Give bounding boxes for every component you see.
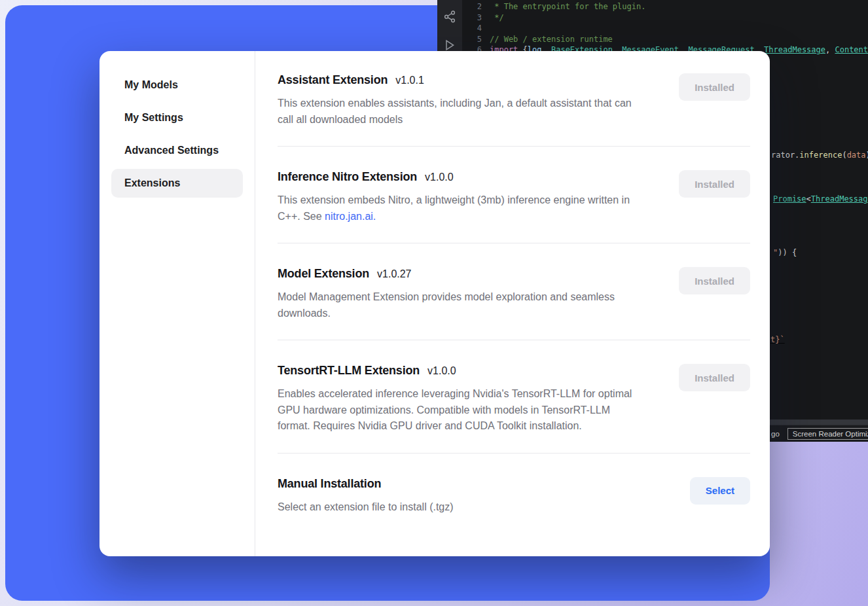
extension-version: v1.0.27 [377, 268, 411, 280]
horizontal-scrollbar[interactable] [770, 419, 868, 425]
installed-button[interactable]: Installed [679, 267, 750, 294]
installed-button[interactable]: Installed [679, 364, 750, 391]
extension-row-model: Model Extension v1.0.27 Model Management… [278, 243, 750, 340]
extension-description: Enables accelerated inference leveraging… [278, 386, 639, 435]
code-line: 5 // Web / extension runtime [462, 34, 868, 45]
extension-description: This extension enables assistants, inclu… [278, 96, 639, 128]
extensions-panel: Assistant Extension v1.0.1 This extensio… [255, 51, 770, 556]
line-number: 4 [462, 23, 482, 34]
sidebar-item-my-settings[interactable]: My Settings [111, 103, 243, 132]
code-line: 2 * The entrypoint for the plugin. [462, 1, 868, 12]
extension-title: Model Extension [278, 267, 369, 281]
extension-row-nitro: Inference Nitro Extension v1.0.0 This ex… [278, 147, 750, 243]
extension-row-assistant: Assistant Extension v1.0.1 This extensio… [278, 73, 750, 147]
line-number: 2 [462, 1, 482, 12]
settings-modal: My Models My Settings Advanced Settings … [99, 51, 770, 556]
nitro-jan-ai-link[interactable]: nitro.jan.ai. [325, 211, 376, 222]
code-line: 3 */ [462, 12, 868, 24]
extension-title: Inference Nitro Extension [278, 170, 417, 184]
code-line: 4 [462, 23, 868, 34]
extension-title: Assistant Extension [278, 73, 388, 87]
extension-version: v1.0.0 [425, 171, 454, 183]
select-file-button[interactable]: Select [690, 477, 750, 505]
code-fragment: rator.inference(data)); [771, 150, 868, 160]
code-fragment: Promise<ThreadMessage> [773, 194, 868, 204]
line-number: 3 [462, 12, 482, 24]
extension-description: Model Management Extension provides mode… [278, 289, 639, 321]
page: 2 * The entrypoint for the plugin. 3 */ … [0, 0, 868, 606]
manual-installation-title: Manual Installation [278, 477, 381, 491]
manual-installation-description: Select an extension file to install (.tg… [278, 499, 639, 516]
status-text: go [771, 430, 780, 438]
extension-row-tensorrt: TensortRT-LLM Extension v1.0.0 Enables a… [278, 340, 750, 454]
code-fragment: t}` [770, 334, 785, 345]
sidebar-item-extensions[interactable]: Extensions [111, 169, 243, 198]
code-fragment: ")) { [773, 247, 797, 258]
installed-button[interactable]: Installed [679, 170, 750, 198]
settings-sidebar: My Models My Settings Advanced Settings … [99, 51, 255, 556]
line-number: 5 [462, 34, 482, 45]
manual-installation-row: Manual Installation Select an extension … [278, 454, 750, 534]
extension-description: This extension embeds Nitro, a lightweig… [278, 192, 639, 224]
share-icon[interactable] [441, 8, 458, 25]
screen-reader-badge: Screen Reader Optimize [787, 428, 868, 440]
installed-button[interactable]: Installed [679, 73, 750, 101]
sidebar-item-my-models[interactable]: My Models [111, 71, 243, 99]
extension-title: TensortRT-LLM Extension [278, 364, 420, 378]
extension-version: v1.0.1 [395, 75, 424, 86]
extension-version: v1.0.0 [427, 365, 456, 377]
sidebar-item-advanced-settings[interactable]: Advanced Settings [111, 136, 243, 165]
